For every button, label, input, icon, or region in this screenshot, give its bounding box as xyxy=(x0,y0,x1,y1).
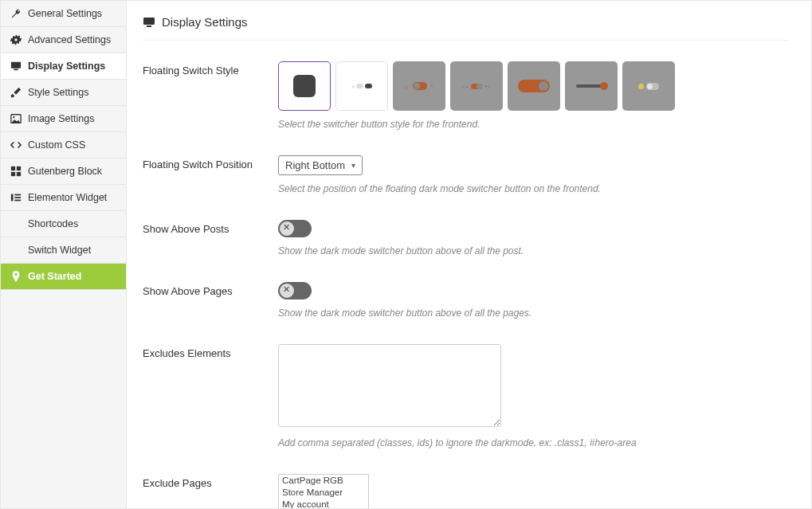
switch-position-select[interactable]: Right Bottom ▾ xyxy=(278,155,363,175)
sidebar-item-image[interactable]: Image Settings xyxy=(1,106,126,132)
block-icon xyxy=(10,166,22,177)
widget-icon xyxy=(10,192,22,203)
svg-rect-4 xyxy=(11,166,15,170)
page-header: Display Settings xyxy=(143,15,789,41)
switch-style-option-5[interactable] xyxy=(508,61,560,111)
above-pages-toggle[interactable] xyxy=(278,282,312,300)
svg-rect-11 xyxy=(14,200,21,202)
svg-rect-5 xyxy=(17,166,21,170)
brush-icon xyxy=(10,87,22,98)
main-panel: Display Settings Floating Switch Style ☼ xyxy=(127,1,811,508)
sidebar-item-label: Shortcodes xyxy=(28,218,78,229)
sidebar-item-label: General Settings xyxy=(28,8,102,19)
field-label-switch-position: Floating Switch Position xyxy=(143,155,278,170)
svg-rect-8 xyxy=(11,194,14,202)
pin-icon xyxy=(10,271,22,282)
field-help: Show the dark mode switcher button above… xyxy=(278,245,789,256)
sidebar-item-general[interactable]: General Settings xyxy=(1,1,126,27)
field-help: Select the position of the floating dark… xyxy=(278,183,789,194)
sidebar-item-switch-widget[interactable]: Switch Widget xyxy=(1,237,126,264)
field-label-above-posts: Show Above Posts xyxy=(143,220,278,235)
svg-rect-1 xyxy=(14,69,18,71)
switch-style-option-3[interactable]: ☼ ☾ xyxy=(393,61,445,111)
svg-rect-6 xyxy=(11,172,15,176)
field-help: Show the dark mode switcher button above… xyxy=(278,307,789,319)
chevron-down-icon: ▾ xyxy=(351,161,355,170)
page-title: Display Settings xyxy=(162,15,248,29)
sidebar-item-elementor[interactable]: Elementor Widget xyxy=(1,185,126,211)
select-value: Right Bottom xyxy=(285,159,345,171)
svg-rect-9 xyxy=(14,194,21,196)
svg-point-3 xyxy=(13,116,14,118)
display-icon xyxy=(143,16,155,29)
field-label-exclude-pages: Exclude Pages xyxy=(143,474,278,489)
code-icon xyxy=(10,139,22,151)
sidebar-item-gutenberg[interactable]: Gutenberg Block xyxy=(1,159,126,185)
field-label-switch-style: Floating Switch Style xyxy=(143,61,278,76)
settings-sidebar: General Settings Advanced Settings Displ… xyxy=(1,1,127,508)
field-label-above-pages: Show Above Pages xyxy=(143,282,278,297)
sidebar-item-label: Display Settings xyxy=(28,61,105,72)
svg-rect-12 xyxy=(143,18,155,25)
sidebar-item-label: Switch Widget xyxy=(28,245,91,256)
sidebar-item-css[interactable]: Custom CSS xyxy=(1,132,126,159)
sidebar-item-advanced[interactable]: Advanced Settings xyxy=(1,27,126,53)
field-help: Add comma separated (classes, ids) to ig… xyxy=(278,437,789,448)
sidebar-item-shortcodes[interactable]: Shortcodes xyxy=(1,211,126,237)
exclude-pages-option[interactable]: My account xyxy=(279,499,368,508)
switch-style-options: ☼ ☼ ☾ ☾• xyxy=(278,61,789,111)
sidebar-item-label: Gutenberg Block xyxy=(28,166,102,177)
sidebar-item-label: Get Started xyxy=(28,271,81,282)
sidebar-item-get-started[interactable]: Get Started xyxy=(1,264,126,290)
display-icon xyxy=(10,61,22,72)
exclude-pages-select[interactable]: CartPage RGB Store Manager My account Ch… xyxy=(278,474,369,508)
sidebar-item-display[interactable]: Display Settings xyxy=(1,53,126,80)
excludes-elements-input[interactable] xyxy=(278,344,501,427)
svg-rect-13 xyxy=(147,25,151,27)
sidebar-item-label: Custom CSS xyxy=(28,139,85,151)
moon-icon xyxy=(293,75,316,97)
switch-style-option-1[interactable] xyxy=(278,61,331,111)
above-posts-toggle[interactable] xyxy=(278,220,312,237)
sidebar-item-label: Style Settings xyxy=(28,87,88,98)
switch-style-option-4[interactable]: ☾• •☼ xyxy=(450,61,503,111)
sidebar-item-label: Elementor Widget xyxy=(28,192,107,203)
svg-rect-0 xyxy=(11,62,21,69)
image-icon xyxy=(10,113,22,124)
sidebar-item-label: Advanced Settings xyxy=(28,34,111,45)
sidebar-item-label: Image Settings xyxy=(28,113,94,124)
wrench-icon xyxy=(10,8,22,19)
sidebar-item-style[interactable]: Style Settings xyxy=(1,80,126,106)
gear-icon xyxy=(10,34,22,45)
field-help: Select the switcher button style for the… xyxy=(278,119,789,130)
svg-rect-10 xyxy=(14,197,21,198)
svg-rect-7 xyxy=(17,172,21,176)
switch-style-option-6[interactable] xyxy=(565,61,618,111)
exclude-pages-option[interactable]: Store Manager xyxy=(279,487,368,499)
switch-style-option-2[interactable]: ☼ xyxy=(335,61,388,111)
exclude-pages-option[interactable]: CartPage RGB xyxy=(279,475,368,487)
field-label-excludes: Excludes Elements xyxy=(143,344,278,359)
switch-style-option-7[interactable] xyxy=(622,61,675,111)
